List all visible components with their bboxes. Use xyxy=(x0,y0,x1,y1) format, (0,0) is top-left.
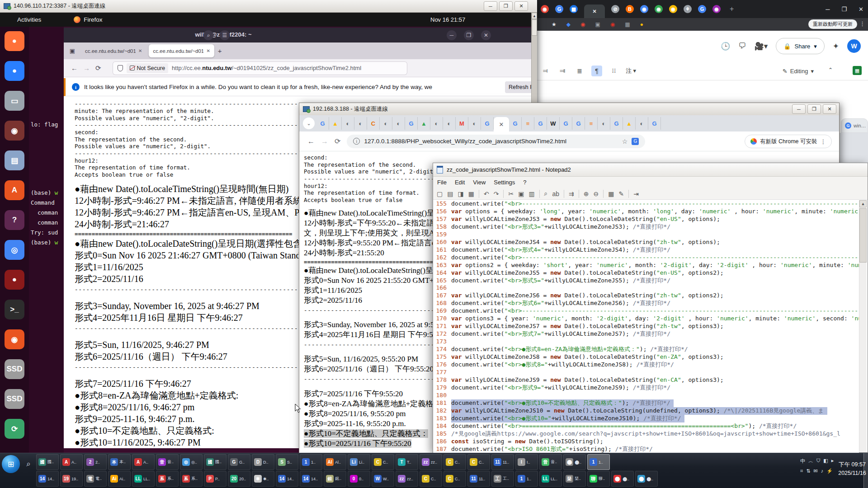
taskbar-app-button[interactable]: CC.. xyxy=(443,471,466,487)
undo-icon[interactable]: ↶ xyxy=(484,190,489,197)
tray-icon[interactable]: ◧ xyxy=(823,458,828,465)
taskbar-app-button[interactable]: 00.. xyxy=(348,471,370,487)
dock-item-media-player[interactable]: ● xyxy=(5,270,24,290)
browser-tab[interactable]: ▦ xyxy=(570,5,578,13)
browser-tab[interactable]: ◉ xyxy=(541,5,549,13)
taskbar-app-button[interactable]: 本本.. xyxy=(108,454,131,470)
taskbar-app-button[interactable]: AA.. xyxy=(132,454,155,470)
line-spacing-icon[interactable]: ≣ xyxy=(574,66,585,76)
minimize-icon[interactable]: ─ xyxy=(484,1,497,11)
search-icon[interactable]: ⌕ xyxy=(203,30,213,40)
taskbar-app-button[interactable]: ⬤⬤.. xyxy=(563,454,586,470)
taskbar-app-button[interactable]: zzzz.. xyxy=(396,471,418,487)
tray-icon[interactable]: ︿ xyxy=(808,458,813,465)
browser-tab[interactable]: ≡ xyxy=(522,117,534,130)
taskbar-app-button[interactable]: 系系.. xyxy=(156,471,179,487)
taskbar-app-button[interactable]: 1111.. xyxy=(491,454,514,470)
ubuntu-clock[interactable]: Nov 16 21:57 xyxy=(430,16,465,23)
forward-icon[interactable]: → xyxy=(321,137,328,145)
sheets-icon[interactable]: ▦ xyxy=(853,66,862,75)
taskbar-clock[interactable]: 下午 09:57 2025/11/16 xyxy=(838,460,866,488)
browser-tab[interactable]: G xyxy=(572,117,585,130)
scrollbar-thumb[interactable] xyxy=(859,208,867,263)
close-icon[interactable]: ✕ xyxy=(859,6,863,13)
dock-item-ssd-drive-2[interactable]: SSD xyxy=(5,389,24,409)
notepad2-scrollbar[interactable]: ▲ xyxy=(859,200,867,452)
chrome-restart-update-button[interactable]: 重新啟動即可更新 xyxy=(808,19,857,29)
avatar[interactable]: W xyxy=(847,39,861,53)
start-button[interactable]: ⊞ xyxy=(2,455,20,473)
chrome-update-button[interactable]: 有新版 Chrome 可安裝 ⋮ xyxy=(745,135,832,148)
tray-icon[interactable]: 中 xyxy=(800,458,805,465)
browser-tab[interactable]: ◉ xyxy=(712,5,721,13)
firefox-view-icon[interactable]: ▣ xyxy=(66,46,78,56)
browser-tab[interactable]: ◉ xyxy=(669,5,677,13)
browser-tab[interactable]: ◐ xyxy=(354,117,367,130)
zoom-in-icon[interactable]: ⊕ xyxy=(584,190,589,197)
terminal-titlebar[interactable]: willy2@z270f2204: ~ ⌕ ☰ ─ ❐ ✕ xyxy=(29,28,531,42)
taskbar-app-button[interactable]: II.. xyxy=(515,454,538,470)
menu-settings[interactable]: Settings xyxy=(490,179,519,186)
dock-item-chrome[interactable]: ◎ xyxy=(5,240,24,260)
taskbar-app-button[interactable]: ◎◎.. xyxy=(180,454,203,470)
back-icon[interactable]: ← xyxy=(71,64,78,72)
taskbar-app-button[interactable]: LiLi.. xyxy=(348,454,370,470)
dock-item-help[interactable]: ? xyxy=(5,210,24,230)
dock-item-disc-burner[interactable]: ◉ xyxy=(5,121,24,141)
taskbar-app-button[interactable]: CC.. xyxy=(420,471,442,487)
dock-item-ubuntu-logo[interactable]: ◉ xyxy=(5,329,24,349)
browser-tab[interactable]: W xyxy=(547,117,560,130)
forward-icon[interactable]: → xyxy=(83,64,90,72)
taskbar-app-button[interactable]: GG.. xyxy=(228,454,250,470)
taskbar-app-button[interactable]: CC.. xyxy=(372,454,394,470)
taskbar-app-button[interactable]: 1414.. xyxy=(36,471,59,487)
browser-tab[interactable]: B xyxy=(626,5,634,13)
info-icon[interactable]: i xyxy=(353,138,360,145)
taskbar-app-button[interactable]: 國國.. xyxy=(36,454,59,470)
taskbar-app-button[interactable]: AlAl.. xyxy=(324,454,346,470)
taskbar-app-button[interactable]: DD.. xyxy=(252,454,274,470)
taskbar-app-button[interactable]: 22.. xyxy=(84,454,107,470)
terminal-window-fragment[interactable]: lo: flag (base) wCommand comman commanTr… xyxy=(29,27,64,453)
taskbar-app-button[interactable]: 系系.. xyxy=(180,471,203,487)
close-tab-icon[interactable]: ✕ xyxy=(138,48,142,53)
taskbar-app-button[interactable]: ✱✱.. xyxy=(252,471,274,487)
tab-search-chevron-icon[interactable]: ⌄ xyxy=(303,117,315,129)
taskbar-app-button[interactable]: 1919.. xyxy=(60,471,83,487)
browser-tab[interactable]: G xyxy=(509,117,522,130)
menu-help[interactable]: ? xyxy=(519,179,530,186)
video-call-icon[interactable]: 🎥▾ xyxy=(755,42,768,51)
browser-tab[interactable]: ◐ xyxy=(380,117,392,130)
tray-icon[interactable]: ♪ xyxy=(821,468,824,474)
taskbar-app-button[interactable]: ⬤⬤.. xyxy=(635,471,658,487)
rdp1-titlebar[interactable]: 140.96.110.172:3387 - 遠端桌面連線 ─ ❐ ✕ xyxy=(0,0,537,13)
url-bar[interactable]: Not Secure http://cc.ee.ntu.edu.tw/~d019… xyxy=(113,62,407,75)
taskbar-search-icon[interactable]: ⌕ xyxy=(21,455,36,473)
browser-tab[interactable]: G xyxy=(648,117,661,130)
maximize-icon[interactable]: ❐ xyxy=(841,6,847,13)
taskbar-app-button[interactable]: 11.. xyxy=(300,454,322,470)
maximize-icon[interactable]: ❐ xyxy=(499,1,513,11)
active-tab[interactable]: ✕ xyxy=(584,5,605,18)
show-desktop-button[interactable] xyxy=(863,453,868,488)
browser-tab[interactable]: ◉ xyxy=(640,5,648,13)
dock-item-firefox[interactable]: ● xyxy=(5,31,24,51)
bookmark-star-icon[interactable]: ☆ xyxy=(622,138,628,145)
minimize-icon[interactable]: ─ xyxy=(792,104,806,114)
taskbar-app-button[interactable]: 聊聊.. xyxy=(587,471,610,487)
browser-tab[interactable]: M xyxy=(456,117,468,130)
collapse-toolbar-icon[interactable]: ⌃ xyxy=(828,67,833,73)
close-icon[interactable]: ✕ xyxy=(823,104,836,114)
taskbar-app-button[interactable]: 1414.. xyxy=(300,471,322,487)
browser-tab[interactable]: ▲ xyxy=(329,117,342,130)
annotate-dropdown[interactable]: 注 ▾ xyxy=(626,67,636,75)
browser-tab[interactable]: G xyxy=(610,117,623,130)
minimize-icon[interactable]: ─ xyxy=(447,30,457,40)
scroll-up-icon[interactable]: ▲ xyxy=(532,13,537,19)
taskbar-app-button[interactable]: PP.. xyxy=(204,471,226,487)
paragraph-icon[interactable]: ¶ xyxy=(591,66,602,76)
browser-tab[interactable]: ⚘ xyxy=(684,5,692,13)
maximize-icon[interactable]: ❐ xyxy=(464,30,474,40)
browser-tab[interactable]: ◐ xyxy=(468,117,481,130)
browser-tab[interactable]: ◐ xyxy=(392,117,405,130)
